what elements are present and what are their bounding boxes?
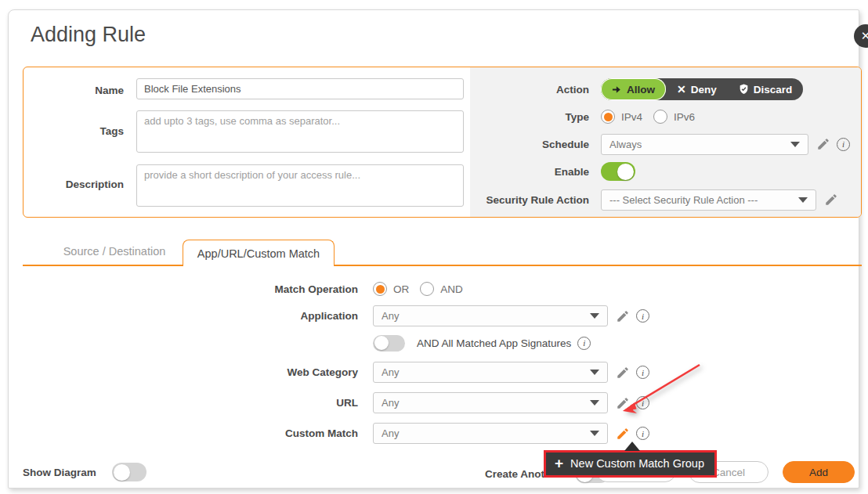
custom-match-edit-pencil-icon[interactable] bbox=[616, 427, 630, 441]
name-input[interactable] bbox=[136, 78, 464, 99]
description-input[interactable] bbox=[136, 164, 464, 207]
enable-label: Enable bbox=[470, 166, 589, 178]
tab-underline bbox=[23, 265, 862, 266]
chevron-down-icon bbox=[590, 313, 599, 319]
application-label: Application bbox=[9, 310, 358, 322]
chevron-down-icon bbox=[590, 370, 599, 375]
x-icon: ✕ bbox=[677, 83, 686, 96]
close-icon: ✕ bbox=[861, 29, 868, 43]
url-edit-pencil-icon[interactable] bbox=[616, 396, 630, 410]
application-edit-pencil-icon[interactable] bbox=[616, 309, 630, 323]
tab-source-destination[interactable]: Source / Destination bbox=[56, 245, 173, 258]
adding-rule-modal: Adding Rule ✕ Name Tags Description Acti… bbox=[0, 0, 868, 494]
action-deny-button[interactable]: ✕ Deny bbox=[666, 78, 728, 100]
web-category-label: Web Category bbox=[9, 366, 358, 378]
url-select[interactable]: Any bbox=[373, 392, 608, 413]
show-diagram-label: Show Diagram bbox=[23, 467, 96, 478]
page-title: Adding Rule bbox=[31, 23, 146, 47]
new-custom-match-group-tooltip[interactable]: + New Custom Match Group bbox=[544, 450, 717, 478]
url-label: URL bbox=[9, 397, 358, 409]
ipv4-radio[interactable] bbox=[601, 110, 615, 124]
chevron-down-icon bbox=[590, 431, 599, 436]
header-left-fields: Name Tags Description bbox=[24, 67, 470, 217]
action-label: Action bbox=[470, 84, 589, 96]
app-signatures-info-icon[interactable]: i bbox=[577, 337, 591, 350]
schedule-info-icon[interactable]: i bbox=[837, 138, 850, 151]
tags-label: Tags bbox=[24, 125, 124, 137]
enable-toggle[interactable] bbox=[601, 162, 635, 181]
app-signatures-toggle-label: AND All Matched App Signatures bbox=[417, 337, 571, 349]
web-category-info-icon[interactable]: i bbox=[636, 366, 649, 379]
chevron-down-icon bbox=[798, 197, 808, 203]
web-category-select[interactable]: Any bbox=[373, 362, 608, 383]
action-segmented-control: Allow ✕ Deny Discard bbox=[601, 78, 803, 100]
schedule-label: Schedule bbox=[470, 139, 589, 150]
ipv4-radio-label: IPv4 bbox=[621, 111, 642, 123]
application-info-icon[interactable]: i bbox=[636, 309, 649, 323]
match-or-label: OR bbox=[393, 283, 409, 295]
type-label: Type bbox=[470, 111, 589, 123]
arrow-right-icon bbox=[612, 85, 622, 95]
rule-header-form: Name Tags Description Action Allow bbox=[23, 67, 862, 218]
security-rule-action-select[interactable]: --- Select Security Rule Action --- bbox=[601, 189, 816, 211]
tab-app-url-custom-match[interactable]: App/URL/Custom Match bbox=[183, 240, 335, 266]
schedule-select[interactable]: Always bbox=[601, 134, 808, 155]
show-diagram-toggle[interactable] bbox=[112, 463, 146, 481]
chevron-down-icon bbox=[590, 400, 599, 406]
match-and-radio[interactable] bbox=[420, 282, 434, 296]
url-info-icon[interactable]: i bbox=[636, 396, 649, 409]
application-select[interactable]: Any bbox=[373, 305, 608, 326]
header-right-fields: Action Allow ✕ Deny Discard bbox=[470, 67, 861, 217]
description-label: Description bbox=[24, 178, 124, 190]
shield-icon bbox=[739, 84, 749, 95]
add-button[interactable]: Add bbox=[783, 461, 855, 483]
plus-icon: + bbox=[555, 456, 563, 471]
action-allow-button[interactable]: Allow bbox=[601, 78, 666, 100]
match-and-label: AND bbox=[440, 283, 463, 295]
match-operation-label: Match Operation bbox=[9, 283, 358, 295]
chevron-down-icon bbox=[790, 142, 800, 147]
tooltip-text: New Custom Match Group bbox=[570, 457, 704, 470]
app-signatures-toggle[interactable] bbox=[373, 335, 405, 352]
schedule-edit-pencil-icon[interactable] bbox=[816, 137, 830, 151]
custom-match-info-icon[interactable]: i bbox=[636, 427, 649, 440]
close-button[interactable]: ✕ bbox=[854, 24, 868, 48]
ipv6-radio[interactable] bbox=[653, 110, 667, 124]
security-rule-action-edit-pencil-icon[interactable] bbox=[824, 193, 838, 207]
ipv6-radio-label: IPv6 bbox=[674, 111, 695, 123]
web-category-edit-pencil-icon[interactable] bbox=[616, 366, 630, 380]
security-rule-action-label: Security Rule Action bbox=[470, 194, 589, 206]
action-discard-button[interactable]: Discard bbox=[728, 78, 804, 100]
name-label: Name bbox=[24, 85, 124, 96]
dialog-panel: Adding Rule ✕ Name Tags Description Acti… bbox=[8, 9, 859, 489]
custom-match-label: Custom Match bbox=[9, 427, 358, 439]
custom-match-select[interactable]: Any bbox=[373, 423, 608, 444]
tags-input[interactable] bbox=[136, 110, 464, 153]
tooltip-caret bbox=[624, 442, 640, 451]
match-or-radio[interactable] bbox=[373, 282, 387, 296]
